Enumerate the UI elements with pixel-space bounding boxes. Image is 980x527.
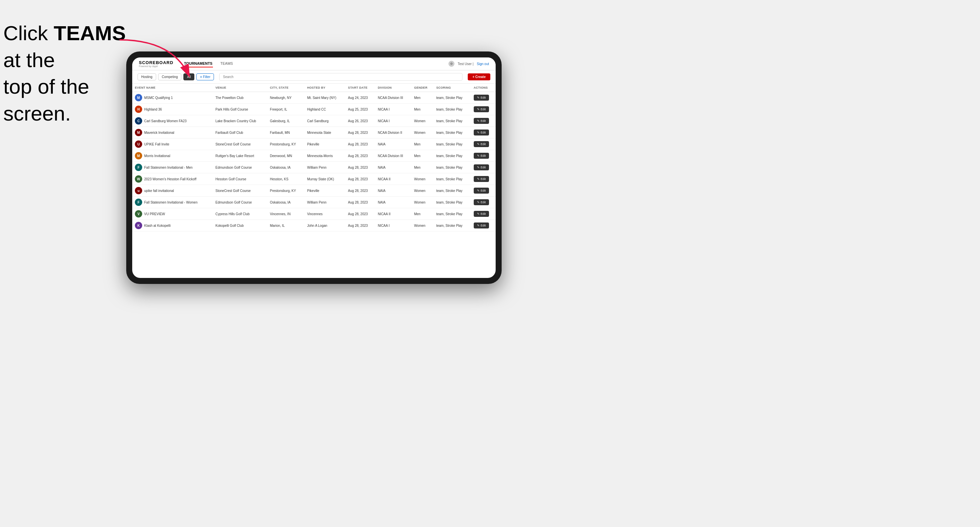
cell-division: NAIA xyxy=(375,197,411,208)
cell-gender: Women xyxy=(411,197,434,208)
cell-venue: Park Hills Golf Course xyxy=(213,103,267,115)
event-name-text: 2023 Women's Hesston Fall Kickoff xyxy=(144,177,196,181)
cell-city: Vincennes, IN xyxy=(267,208,305,220)
event-name-text: Highland 36 xyxy=(144,108,162,111)
edit-button[interactable]: Edit xyxy=(474,211,489,217)
table-row: C Carl Sandburg Women FA23 Lake Bracken … xyxy=(132,115,496,127)
event-name-text: Fall Statesmen Invitational - Men xyxy=(144,166,192,169)
table-row: H Highland 36 Park Hills Golf Course Fre… xyxy=(132,103,496,115)
nav-teams[interactable]: TEAMS xyxy=(220,60,234,67)
cell-venue: Kokopelli Golf Club xyxy=(213,220,267,232)
cell-actions: Edit xyxy=(471,220,496,232)
cell-actions: Edit xyxy=(471,150,496,162)
cell-division: NICAA I xyxy=(375,220,411,232)
cell-event-name: M Maverick Invitational xyxy=(132,127,213,138)
cell-date: Aug 25, 2023 xyxy=(345,103,375,115)
table-row: U UPIKE Fall Invite StoneCrest Golf Cour… xyxy=(132,138,496,150)
cell-actions: Edit xyxy=(471,127,496,138)
cell-gender: Men xyxy=(411,162,434,173)
cell-hosted: Minnesota State xyxy=(304,127,345,138)
create-button[interactable]: + Create xyxy=(468,73,490,80)
cell-hosted: Pikeville xyxy=(304,185,345,197)
table-row: K Klash at Kokopelli Kokopelli Golf Club… xyxy=(132,220,496,232)
cell-date: Aug 24, 2023 xyxy=(345,92,375,103)
cell-gender: Women xyxy=(411,185,434,197)
cell-gender: Men xyxy=(411,103,434,115)
event-icon: K xyxy=(135,222,142,229)
table-container: EVENT NAME VENUE CITY, STATE HOSTED BY S… xyxy=(132,84,496,278)
cell-city: Deerwood, MN xyxy=(267,150,305,162)
table-row: V VU PREVIEW Cypress Hills Golf Club Vin… xyxy=(132,208,496,220)
search-box xyxy=(219,73,463,81)
edit-button[interactable]: Edit xyxy=(474,222,489,229)
cell-event-name: W 2023 Women's Hesston Fall Kickoff xyxy=(132,173,213,185)
sign-out-link[interactable]: Sign out xyxy=(477,62,489,66)
edit-button[interactable]: Edit xyxy=(474,153,489,159)
cell-division: NAIA xyxy=(375,185,411,197)
col-city-state: CITY, STATE xyxy=(267,84,305,92)
cell-city: Prestonsburg, KY xyxy=(267,185,305,197)
col-division: DIVISION xyxy=(375,84,411,92)
cell-gender: Men xyxy=(411,138,434,150)
search-input[interactable] xyxy=(219,73,463,81)
cell-division: NICAA II xyxy=(375,173,411,185)
event-icon: M xyxy=(135,129,142,136)
event-name-text: VU PREVIEW xyxy=(144,212,165,216)
table-row: M Morris Invitational Ruttger's Bay Lake… xyxy=(132,150,496,162)
cell-division: NAIA xyxy=(375,138,411,150)
cell-date: Aug 28, 2023 xyxy=(345,208,375,220)
cell-city: Prestonsburg, KY xyxy=(267,138,305,150)
cell-scoring: team, Stroke Play xyxy=(434,197,471,208)
cell-division: NICAA I xyxy=(375,103,411,115)
cell-gender: Women xyxy=(411,127,434,138)
event-name-text: Klash at Kokopelli xyxy=(144,224,171,227)
cell-hosted: Pikeville xyxy=(304,138,345,150)
cell-division: NICAA II xyxy=(375,208,411,220)
cell-event-name: F Fall Statesmen Invitational - Men xyxy=(132,162,213,173)
cell-venue: Hesston Golf Course xyxy=(213,173,267,185)
edit-button[interactable]: Edit xyxy=(474,95,489,101)
cell-division: NCAA Division III xyxy=(375,92,411,103)
cell-event-name: U UPIKE Fall Invite xyxy=(132,138,213,150)
cell-city: Marion, IL xyxy=(267,220,305,232)
cell-venue: Cypress Hills Golf Club xyxy=(213,208,267,220)
edit-button[interactable]: Edit xyxy=(474,187,489,194)
cell-scoring: team, Stroke Play xyxy=(434,127,471,138)
cell-gender: Women xyxy=(411,173,434,185)
cell-date: Aug 28, 2023 xyxy=(345,150,375,162)
edit-button[interactable]: Edit xyxy=(474,118,489,124)
cell-actions: Edit xyxy=(471,208,496,220)
cell-city: Faribault, MN xyxy=(267,127,305,138)
event-icon: F xyxy=(135,164,142,171)
table-body: M MSMC Qualifying 1 The Powelton Club Ne… xyxy=(132,92,496,232)
cell-scoring: team, Stroke Play xyxy=(434,220,471,232)
edit-button[interactable]: Edit xyxy=(474,176,489,182)
cell-date: Aug 28, 2023 xyxy=(345,127,375,138)
cell-event-name: V VU PREVIEW xyxy=(132,208,213,220)
cell-gender: Men xyxy=(411,92,434,103)
col-gender: GENDER xyxy=(411,84,434,92)
cell-gender: Women xyxy=(411,220,434,232)
edit-button[interactable]: Edit xyxy=(474,106,489,112)
col-hosted-by: HOSTED BY xyxy=(304,84,345,92)
event-name-text: Maverick Invitational xyxy=(144,131,174,135)
edit-button[interactable]: Edit xyxy=(474,164,489,170)
event-name-text: Carl Sandburg Women FA23 xyxy=(144,119,187,123)
cell-actions: Edit xyxy=(471,103,496,115)
edit-button[interactable]: Edit xyxy=(474,130,489,135)
settings-icon[interactable]: ⚙ xyxy=(449,61,455,67)
cell-scoring: team, Stroke Play xyxy=(434,103,471,115)
cell-actions: Edit xyxy=(471,92,496,103)
table-row: u upike fall invitational StoneCrest Gol… xyxy=(132,185,496,197)
edit-button[interactable]: Edit xyxy=(474,141,489,147)
event-icon: W xyxy=(135,175,142,183)
cell-venue: Faribault Golf Club xyxy=(213,127,267,138)
cell-event-name: K Klash at Kokopelli xyxy=(132,220,213,232)
cell-event-name: M Morris Invitational xyxy=(132,150,213,162)
cell-city: Galesburg, IL xyxy=(267,115,305,127)
event-name-text: Morris Invitational xyxy=(144,154,170,158)
table-row: F Fall Statesmen Invitational - Men Edmu… xyxy=(132,162,496,173)
cell-hosted: Vincennes xyxy=(304,208,345,220)
col-scoring: SCORING xyxy=(434,84,471,92)
edit-button[interactable]: Edit xyxy=(474,199,489,205)
